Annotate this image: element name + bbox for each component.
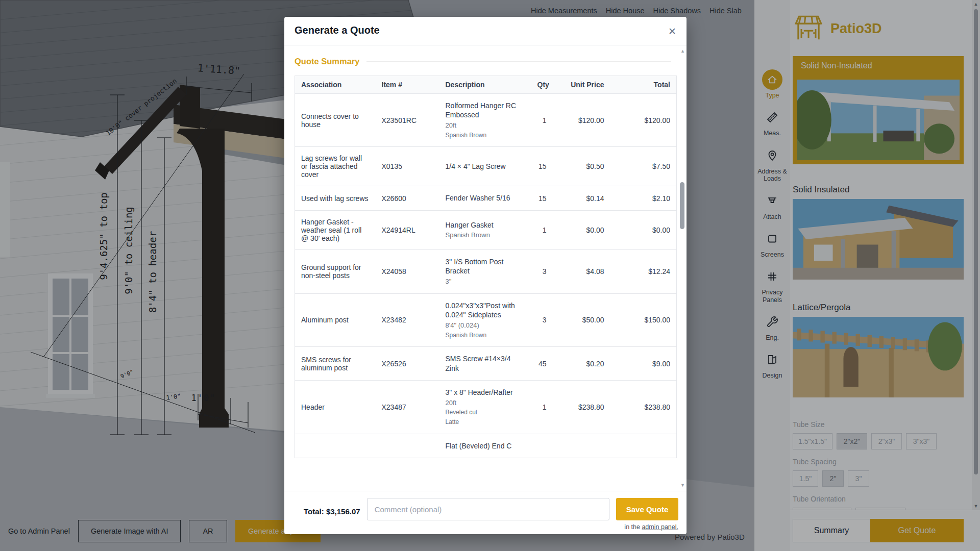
cell-unit-price: $0.14 xyxy=(553,186,610,210)
cell-item-number: X23501RC xyxy=(376,94,439,147)
quote-row: HeaderX234873" x 8" Header/Rafter20ftBev… xyxy=(295,381,677,434)
cell-description: Rolformed Hanger RC Embossed20ftSpanish … xyxy=(439,94,531,147)
cell-total: $120.00 xyxy=(610,94,677,147)
admin-note: in the admin panel. xyxy=(624,523,678,531)
cell-description: Fender Washer 5/16 xyxy=(439,186,531,210)
generate-quote-modal: Generate a Quote ✕ Quote Summary Associa… xyxy=(284,17,687,534)
cell-association: Used with lag screws xyxy=(295,186,376,210)
cell-total: $238.80 xyxy=(610,381,677,434)
cell-unit-price: $4.08 xyxy=(553,249,610,293)
quote-row: Ground support for non-steel postsX24058… xyxy=(295,249,677,293)
quote-row: Used with lag screwsX26600Fender Washer … xyxy=(295,186,677,210)
cell-unit-price: $120.00 xyxy=(553,94,610,147)
quote-total: Total: $3,156.07 xyxy=(304,507,360,516)
modal-scroll-down-icon[interactable]: ▼ xyxy=(680,483,685,488)
cell-total: $2.10 xyxy=(610,186,677,210)
cell-description: SMS Screw #14×3/4 Zink xyxy=(439,347,531,381)
cell-qty: 15 xyxy=(531,147,553,186)
cell-qty: 1 xyxy=(531,210,553,249)
cell-description: 3" I/S Bottom Post Bracket3" xyxy=(439,249,531,293)
cell-description: Flat (Beveled) End C xyxy=(439,434,531,458)
modal-scroll-up-icon[interactable]: ▲ xyxy=(680,48,685,54)
close-icon[interactable]: ✕ xyxy=(664,23,680,39)
quote-row: SMS screws for aluminum postX26526SMS Sc… xyxy=(295,347,677,381)
cell-association: Hanger Gasket - weather seal (1 roll @ 3… xyxy=(295,210,376,249)
cell-qty: 15 xyxy=(531,186,553,210)
column-header: Association xyxy=(295,76,376,94)
cell-item-number: X26600 xyxy=(376,186,439,210)
cell-qty: 1 xyxy=(531,381,553,434)
cell-unit-price: $0.50 xyxy=(553,147,610,186)
cell-description: 0.024"x3"x3"Post with 0.024" Sideplates8… xyxy=(439,293,531,346)
modal-body: Quote Summary AssociationItem #Descripti… xyxy=(284,45,687,491)
cell-association: Ground support for non-steel posts xyxy=(295,249,376,293)
cell-total: $12.24 xyxy=(610,249,677,293)
column-header: Unit Price xyxy=(553,76,610,94)
quote-row: Flat (Beveled) End C xyxy=(295,434,677,458)
cell-total: $150.00 xyxy=(610,293,677,346)
column-header: Description xyxy=(439,76,531,94)
cell-association: Header xyxy=(295,381,376,434)
cell-item-number xyxy=(376,434,439,458)
quote-table-header: AssociationItem #DescriptionQtyUnit Pric… xyxy=(295,76,677,94)
cell-total xyxy=(610,434,677,458)
cell-description: 1/4 × 4" Lag Screw xyxy=(439,147,531,186)
cell-unit-price: $50.00 xyxy=(553,293,610,346)
cell-association: Connects cover to house xyxy=(295,94,376,147)
column-header: Item # xyxy=(376,76,439,94)
cell-association: Aluminum post xyxy=(295,293,376,346)
cell-total: $0.00 xyxy=(610,210,677,249)
cell-qty: 3 xyxy=(531,293,553,346)
modal-scrollbar-thumb[interactable] xyxy=(680,182,684,229)
cell-description: Hanger GasketSpanish Brown xyxy=(439,210,531,249)
save-quote-button[interactable]: Save Quote xyxy=(616,498,678,520)
app-stage: 1'11.8" 10'0" cover projection 9'4.625" … xyxy=(0,0,980,551)
cell-total: $9.00 xyxy=(610,347,677,381)
cell-unit-price: $0.20 xyxy=(553,347,610,381)
quote-row: Lag screws for wall or fascia attached c… xyxy=(295,147,677,186)
modal-header: Generate a Quote ✕ xyxy=(284,17,687,45)
quote-row: Aluminum postX234820.024"x3"x3"Post with… xyxy=(295,293,677,346)
column-header: Qty xyxy=(531,76,553,94)
admin-panel-link[interactable]: admin panel. xyxy=(642,523,678,531)
modal-footer: Total: $3,156.07 Save Quote in the admin… xyxy=(284,491,687,534)
comment-input[interactable] xyxy=(367,498,609,520)
cell-association: Lag screws for wall or fascia attached c… xyxy=(295,147,376,186)
cell-association: SMS screws for aluminum post xyxy=(295,347,376,381)
cell-unit-price: $238.80 xyxy=(553,381,610,434)
column-header: Total xyxy=(610,76,677,94)
modal-title: Generate a Quote xyxy=(295,24,380,36)
cell-qty xyxy=(531,434,553,458)
quote-table: AssociationItem #DescriptionQtyUnit Pric… xyxy=(295,76,677,458)
quote-row: Hanger Gasket - weather seal (1 roll @ 3… xyxy=(295,210,677,249)
cell-qty: 45 xyxy=(531,347,553,381)
cell-item-number: X0135 xyxy=(376,147,439,186)
cell-item-number: X24914RL xyxy=(376,210,439,249)
cell-unit-price: $0.00 xyxy=(553,210,610,249)
cell-qty: 1 xyxy=(531,94,553,147)
cell-item-number: X26526 xyxy=(376,347,439,381)
cell-association xyxy=(295,434,376,458)
cell-item-number: X23482 xyxy=(376,293,439,346)
cell-item-number: X23487 xyxy=(376,381,439,434)
cell-item-number: X24058 xyxy=(376,249,439,293)
cell-qty: 3 xyxy=(531,249,553,293)
cell-unit-price xyxy=(553,434,610,458)
cell-description: 3" x 8" Header/Rafter20ftBeveled cutLatt… xyxy=(439,381,531,434)
divider xyxy=(366,61,671,62)
quote-row: Connects cover to houseX23501RCRolformed… xyxy=(295,94,677,147)
quote-summary-title: Quote Summary xyxy=(295,57,359,66)
cell-total: $7.50 xyxy=(610,147,677,186)
